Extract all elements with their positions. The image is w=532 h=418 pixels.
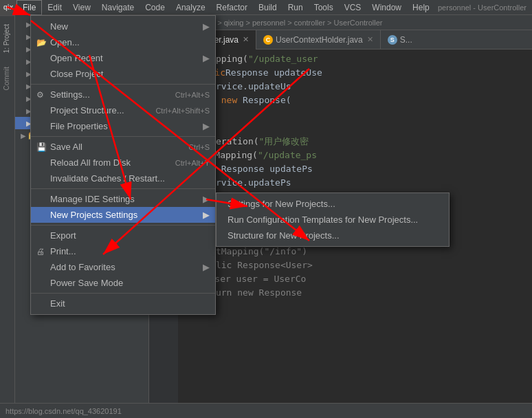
menu-label-export: Export: [50, 230, 210, 241]
menu-item-invalidate[interactable]: Invalidate Caches / Restart...: [31, 170, 215, 186]
code-line-88: [184, 121, 527, 135]
code-line-87: }: [184, 107, 527, 121]
menu-item-settings[interactable]: ⚙ Settings... Ctrl+Alt+S: [31, 87, 215, 102]
menu-label-open-recent: Open Recent: [50, 53, 203, 63]
code-line-98: // public Response<User>: [184, 258, 527, 272]
gear-icon: ⚙: [36, 90, 44, 100]
submenu-arrow-ide: ▶: [203, 194, 210, 204]
menu-item-manage-ide[interactable]: Manage IDE Settings ▶: [31, 191, 215, 207]
menu-label-manage-ide: Manage IDE Settings: [50, 194, 203, 204]
submenu-item-run-config[interactable]: Run Configuration Templates for New Proj…: [217, 212, 449, 228]
menu-item-print[interactable]: 🖨 Print...: [31, 243, 215, 259]
menubar-code[interactable]: Code: [140, 0, 170, 15]
statusbar-url: https://blog.csdn.net/qq_43620191: [5, 407, 122, 415]
menubar-analyze[interactable]: Analyze: [170, 0, 211, 15]
submenu-arrow-nps: ▶: [203, 210, 210, 220]
menu-label-file-properties: File Properties: [50, 121, 203, 131]
statusbar: https://blog.csdn.net/qq_43620191: [0, 403, 532, 418]
menubar-window[interactable]: Window: [366, 0, 407, 15]
menu-item-open-recent[interactable]: Open Recent ▶: [31, 50, 215, 66]
window-title: personnel - UserController: [438, 3, 532, 12]
submenu-arrow-fav: ▶: [203, 262, 210, 272]
menubar-build[interactable]: Build: [253, 0, 282, 15]
menu-label-new-projects-settings: New Projects Settings: [50, 210, 203, 220]
menu-item-new[interactable]: New ▶: [31, 19, 215, 34]
menu-item-exit[interactable]: Exit: [31, 296, 215, 311]
menu-label-settings: Settings...: [50, 89, 175, 100]
submenu-label-run-config: Run Configuration Templates for New Proj…: [228, 214, 418, 225]
code-line-91: public Response updatePs: [184, 162, 527, 176]
menu-label-print: Print...: [50, 246, 210, 256]
submenu-arrow-fp: ▶: [203, 121, 210, 131]
code-line-89: @ApiOperation("用户修改密: [184, 135, 527, 148]
code-line-86: return new Response(: [184, 94, 527, 107]
menu-label-new: New: [50, 21, 203, 32]
menubar-view[interactable]: View: [67, 0, 96, 15]
print-icon: 🖨: [36, 247, 45, 256]
menubar-tools[interactable]: Tools: [309, 0, 339, 15]
menu-separator-3: [31, 188, 215, 189]
folder-open-icon: 📂: [36, 38, 47, 47]
submenu-label-structure: Structure for New Projects...: [228, 230, 340, 241]
menu-item-reload[interactable]: Reload All from Disk Ctrl+Alt+Y: [31, 155, 215, 170]
menu-label-open: Open...: [50, 37, 210, 47]
tab-icon-s: S: [388, 35, 397, 45]
vertical-sidebar: 1: Project Commit: [0, 15, 15, 403]
menubar-refactor[interactable]: Refactor: [211, 0, 253, 15]
code-line-99: // User user = UserCo: [184, 272, 527, 286]
menu-label-invalidate: Invalidate Caches / Restart...: [50, 173, 210, 184]
tab-usercontextholder[interactable]: C UserContextHolder.java ✕: [256, 30, 381, 50]
menu-item-close-project[interactable]: Close Project: [31, 66, 215, 82]
menubar-vcs[interactable]: VCS: [339, 0, 367, 15]
code-line-97: // @GetMapping("/info"): [184, 245, 527, 258]
tab-close-uc[interactable]: ✕: [243, 35, 249, 44]
submenu-arrow-new: ▶: [203, 21, 210, 32]
menu-label-close-project: Close Project: [50, 69, 210, 79]
tab-icon-uch: C: [263, 35, 273, 45]
menu-item-file-properties[interactable]: File Properties ▶: [31, 118, 215, 134]
project-vtab[interactable]: 1: Project: [0, 15, 14, 61]
menu-label-power-save: Power Save Mode: [50, 278, 210, 288]
reload-shortcut: Ctrl+Alt+Y: [175, 159, 210, 167]
menu-separator-2: [31, 136, 215, 137]
submenu-item-settings[interactable]: Settings for New Projects...: [217, 196, 449, 212]
menu-label-project-structure: Project Structure...: [50, 105, 155, 116]
submenu-label-settings: Settings for New Projects...: [228, 199, 335, 209]
settings-shortcut: Ctrl+Alt+S: [175, 91, 210, 99]
commit-vtab[interactable]: Commit: [0, 61, 14, 96]
save-icon: 💾: [36, 142, 47, 152]
menu-item-add-to-favorites[interactable]: Add to Favorites ▶: [31, 259, 215, 275]
menu-item-project-structure[interactable]: Project Structure... Ctrl+Alt+Shift+S: [31, 102, 215, 118]
menu-item-export[interactable]: Export: [31, 228, 215, 243]
code-line-83: @PutMapping("/update_user: [184, 52, 527, 66]
tab-label-uch: UserContextHolder.java: [276, 35, 363, 45]
code-line-85: userService.updateUs: [184, 80, 527, 94]
new-projects-submenu: Settings for New Projects... Run Configu…: [216, 192, 450, 247]
menu-item-open[interactable]: 📂 Open...: [31, 34, 215, 50]
menubar: qix File Edit View Navigate Code Analyze…: [0, 0, 532, 15]
menu-label-exit: Exit: [50, 298, 210, 309]
menubar-navigate[interactable]: Navigate: [96, 0, 140, 15]
project-structure-shortcut: Ctrl+Alt+Shift+S: [155, 107, 210, 115]
code-line-90: @PutMapping("/update_ps: [184, 148, 527, 162]
submenu-item-structure[interactable]: Structure for New Projects...: [217, 228, 449, 243]
menubar-file[interactable]: File: [16, 0, 42, 15]
menu-item-new-projects-settings[interactable]: New Projects Settings ▶: [31, 207, 215, 223]
submenu-arrow-recent: ▶: [203, 53, 210, 63]
tab-label-s: S...: [400, 35, 412, 45]
menu-label-reload: Reload All from Disk: [50, 157, 175, 168]
menu-label-save-all: Save All: [50, 142, 188, 152]
code-line-84: public Response updateUse: [184, 66, 527, 80]
tab-other[interactable]: S S...: [381, 30, 419, 50]
menu-item-save-all[interactable]: 💾 Save All Ctrl+S: [31, 139, 215, 155]
tab-close-uch[interactable]: ✕: [367, 35, 373, 44]
menu-item-power-save[interactable]: Power Save Mode: [31, 275, 215, 291]
code-line-92: userService.updatePs: [184, 176, 527, 190]
menubar-edit[interactable]: Edit: [42, 0, 67, 15]
code-line-100: // return new Response: [184, 286, 527, 300]
logo-text: qix: [3, 3, 13, 11]
menu-label-add-to-favorites: Add to Favorites: [50, 262, 203, 272]
menubar-help[interactable]: Help: [407, 0, 435, 15]
app-logo: qix: [0, 0, 16, 15]
menubar-run[interactable]: Run: [282, 0, 309, 15]
